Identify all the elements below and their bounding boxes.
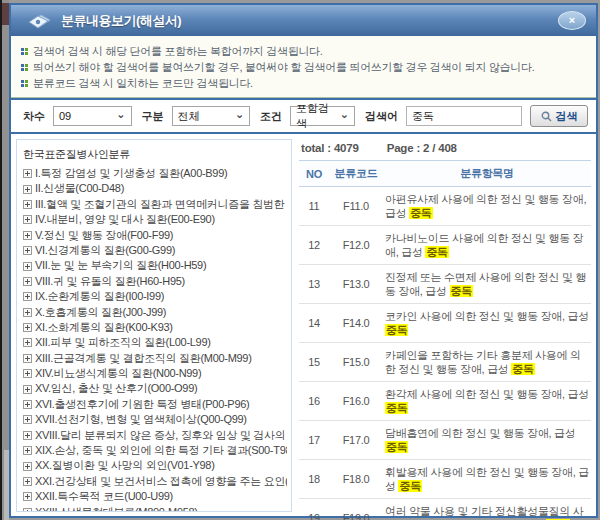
total-label: total :	[301, 142, 331, 154]
table-row[interactable]: 14F14.0코카인 사용에 의한 정신 및 행동 장애, 급성 중독	[299, 304, 591, 343]
expand-plus-icon[interactable]	[23, 415, 32, 424]
tree-item-label: XII.피부 및 피하조직의 질환(L00-L99)	[35, 335, 211, 350]
tree-item[interactable]: X.호흡계통의 질환(J00-J99)	[23, 305, 287, 320]
tree-item[interactable]: XIV.비뇨생식계통의 질환(N00-N99)	[23, 366, 287, 381]
table-row[interactable]: 19F19.0여러 약물 사용 및 기타 정신활성물질의 사용에 의한 정신 및…	[299, 499, 591, 520]
close-icon[interactable]: ×	[558, 11, 586, 30]
keyword-label: 검색어	[365, 109, 398, 124]
highlighted-keyword: 중독	[398, 480, 421, 492]
table-row[interactable]: 18F18.0휘발용제 사용에 의한 정신 및 행동 장애, 급성 중독	[299, 460, 591, 499]
row-code: F13.0	[329, 265, 383, 304]
tree-item[interactable]: XXI.건강상태 및 보건서비스 접촉에 영향을 주는 요인(Z00-Z99)	[23, 474, 287, 489]
column-no: NO	[299, 161, 329, 187]
tree-item-label: XI.소화계통의 질환(K00-K93)	[35, 320, 173, 335]
table-row[interactable]: 11F11.0아편유사제 사용에 의한 정신 및 행동 장애, 급성 중독	[299, 187, 591, 226]
expand-plus-icon[interactable]	[23, 354, 32, 363]
table-header-row: NO 분류코드 분류항목명	[299, 161, 591, 187]
expand-plus-icon[interactable]	[23, 169, 32, 178]
tree-item[interactable]: XIX.손상, 중독 및 외인에 의한 특정 기타 결과(S00-T98)	[23, 443, 287, 458]
book-icon	[25, 11, 53, 31]
page-label: Page :	[387, 142, 420, 154]
bullet-icon	[21, 80, 28, 87]
page-value: 2 / 408	[423, 142, 457, 154]
expand-plus-icon[interactable]	[23, 277, 32, 286]
tree-item[interactable]: III.혈액 및 조혈기관의 질환과 면역메커니즘을 침범한 특정 장애(D50…	[23, 197, 287, 212]
table-row[interactable]: 17F17.0담배흡연에 의한 정신 및 행동 장애, 급성 중독	[299, 421, 591, 460]
tree-item[interactable]: XV.임신, 출산 및 산후기(O00-O99)	[23, 381, 287, 396]
jogeon-select[interactable]: 포함검색 ⌄	[290, 106, 355, 126]
table-row[interactable]: 16F16.0환각제 사용에 의한 정신 및 행동 장애, 급성 중독	[299, 382, 591, 421]
table-row[interactable]: 15F15.0카페인을 포함하는 기타 흥분제 사용에 의한 정신 및 행동 장…	[299, 343, 591, 382]
tree-item-label: I.특정 감염성 및 기생충성 질환(A00-B99)	[35, 166, 227, 181]
help-text: 띄어쓰기 해야 할 검색어를 붙여쓰기할 경우, 붙여써야 할 검색어를 띄어쓰…	[33, 59, 534, 75]
gubun-select[interactable]: 전체 ⌄	[172, 106, 251, 126]
tree-item[interactable]: IX.순환계통의 질환(I00-I99)	[23, 289, 287, 304]
search-button[interactable]: 검색	[530, 105, 588, 127]
expand-plus-icon[interactable]	[23, 477, 32, 486]
tree-item[interactable]: XVIII.달리 분류되지 않은 증상, 징후와 임상 및 검사의 이상소견(R…	[23, 428, 287, 443]
row-no: 16	[299, 382, 329, 421]
expand-plus-icon[interactable]	[23, 462, 32, 471]
expand-plus-icon[interactable]	[23, 215, 32, 224]
background-page	[0, 0, 9, 520]
bullet-icon	[21, 64, 28, 71]
expand-plus-icon[interactable]	[23, 385, 32, 394]
tree-item[interactable]: V.정신 및 행동 장애(F00-F99)	[23, 228, 287, 243]
tree-item[interactable]: VII.눈 및 눈 부속기의 질환(H00-H59)	[23, 258, 287, 273]
expand-plus-icon[interactable]	[23, 308, 32, 317]
classification-viewer-dialog: 분류내용보기(해설서) × 검색어 검색 시 해당 단어를 포함하는 복합어까지…	[9, 3, 598, 518]
tree-item[interactable]: XX.질병이환 및 사망의 외인(V01-Y98)	[23, 458, 287, 473]
tree-item[interactable]: XI.소화계통의 질환(K00-K93)	[23, 320, 287, 335]
row-code: F15.0	[329, 343, 383, 382]
expand-plus-icon[interactable]	[23, 231, 32, 240]
expand-plus-icon[interactable]	[23, 323, 32, 332]
expand-plus-icon[interactable]	[23, 185, 32, 194]
tree-item[interactable]: XIII.근골격계통 및 결합조직의 질환(M00-M99)	[23, 351, 287, 366]
row-name: 코카인 사용에 의한 정신 및 행동 장애, 급성 중독	[383, 304, 591, 343]
row-code: F14.0	[329, 304, 383, 343]
expand-plus-icon[interactable]	[23, 446, 32, 455]
chasu-select[interactable]: 09 ⌄	[53, 106, 132, 126]
row-name: 아편유사제 사용에 의한 정신 및 행동 장애, 급성 중독	[383, 187, 591, 226]
tree-item[interactable]: XXIII.신생물형태분류(M800-M958)	[23, 505, 287, 512]
help-box: 검색어 검색 시 해당 단어를 포함하는 복합어까지 검색됩니다.띄어쓰기 해야…	[11, 36, 596, 98]
expand-plus-icon[interactable]	[23, 400, 32, 409]
expand-plus-icon[interactable]	[23, 431, 32, 440]
expand-plus-icon[interactable]	[23, 200, 32, 209]
highlighted-keyword: 중독	[385, 324, 408, 336]
help-line: 분류코드 검색 시 일치하는 코드만 검색됩니다.	[21, 75, 586, 91]
tree-item-label: X.호흡계통의 질환(J00-J99)	[35, 305, 166, 320]
tree-item[interactable]: IV.내분비, 영양 및 대사 질환(E00-E90)	[23, 212, 287, 227]
expand-plus-icon[interactable]	[23, 246, 32, 255]
expand-plus-icon[interactable]	[23, 338, 32, 347]
expand-plus-icon[interactable]	[23, 369, 32, 378]
row-name-text: 여러 약물 사용 및 기타 정신활성물질의 사용에 의한 정신 및 행동 장애,…	[385, 505, 583, 520]
tree-item[interactable]: II.신생물(C00-D48)	[23, 181, 287, 196]
tree-item-label: XVIII.달리 분류되지 않은 증상, 징후와 임상 및 검사의 이상소견(R…	[35, 428, 287, 443]
table-row[interactable]: 12F12.0카나비노이드 사용에 의한 정신 및 행동 장애, 급성 중독	[299, 226, 591, 265]
tree-item[interactable]: XVI.출생전후기에 기원한 특정 병태(P00-P96)	[23, 397, 287, 412]
tree-item[interactable]: I.특정 감염성 및 기생충성 질환(A00-B99)	[23, 166, 287, 181]
tree-item[interactable]: VIII.귀 및 유돌의 질환(H60-H95)	[23, 274, 287, 289]
expand-plus-icon[interactable]	[23, 292, 32, 301]
row-name-text: 환각제 사용에 의한 정신 및 행동 장애, 급성	[385, 388, 589, 400]
tree-item[interactable]: XVII.선천기형, 변형 및 염색체이상(Q00-Q99)	[23, 412, 287, 427]
tree-item[interactable]: VI.신경계통의 질환(G00-G99)	[23, 243, 287, 258]
chevron-down-icon: ⌄	[116, 108, 125, 121]
expand-plus-icon[interactable]	[23, 508, 32, 512]
row-code: F18.0	[329, 460, 383, 499]
background-page-accent	[2, 3, 9, 25]
row-no: 19	[299, 499, 329, 520]
table-row[interactable]: 13F13.0진정제 또는 수면제 사용에 의한 정신 및 행동 장애, 급성 …	[299, 265, 591, 304]
bullet-icon	[21, 48, 28, 55]
expand-plus-icon[interactable]	[23, 262, 32, 271]
row-name-text: 카나비노이드 사용에 의한 정신 및 행동 장애, 급성	[385, 232, 583, 258]
tree-item[interactable]: XXII.특수목적 코드(U00-U99)	[23, 489, 287, 504]
keyword-input[interactable]	[406, 106, 522, 126]
expand-plus-icon[interactable]	[23, 492, 32, 501]
tree-item-label: XXI.건강상태 및 보건서비스 접촉에 영향을 주는 요인(Z00-Z99)	[35, 474, 287, 489]
jogeon-label: 조건	[260, 109, 282, 124]
chevron-down-icon: ⌄	[340, 108, 349, 121]
row-no: 15	[299, 343, 329, 382]
tree-item[interactable]: XII.피부 및 피하조직의 질환(L00-L99)	[23, 335, 287, 350]
